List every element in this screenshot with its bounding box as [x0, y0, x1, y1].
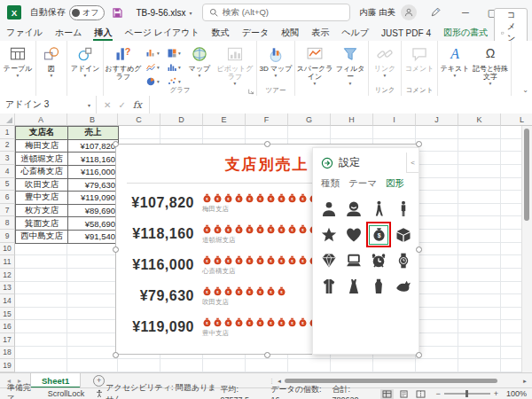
sales-value-cell[interactable]: ¥58,690	[68, 217, 119, 231]
row-header-18[interactable]: 18	[0, 347, 15, 360]
sparkline-button[interactable]: スパークライン▾	[296, 43, 333, 87]
sales-value-cell[interactable]: ¥119,090	[68, 192, 119, 205]
coat-shape-option[interactable]	[317, 273, 341, 299]
column-header-I[interactable]: I	[373, 113, 416, 126]
column-chart-button[interactable]: ▾	[142, 46, 163, 60]
standing-man-shape-option[interactable]	[391, 196, 416, 222]
row-header-2[interactable]: 2	[0, 139, 15, 153]
person-smile-shape-option[interactable]	[341, 196, 366, 222]
page-layout-view-button[interactable]	[397, 389, 411, 399]
column-header-A[interactable]: A	[15, 113, 67, 126]
row-header-1[interactable]: 1	[0, 126, 15, 139]
laptop-shape-option[interactable]	[341, 247, 366, 273]
selection-handle[interactable]	[113, 246, 119, 253]
ribbon-tab-ホーム[interactable]: ホーム	[49, 25, 88, 41]
formula-input[interactable]	[150, 96, 532, 113]
branch-name-cell[interactable]: 西中島支店	[16, 231, 68, 244]
save-button[interactable]	[112, 7, 123, 19]
ribbon-tab-JUST PDF 4[interactable]: JUST PDF 4	[375, 25, 437, 41]
selection-handle[interactable]	[264, 141, 270, 147]
ribbon-tab-校閲[interactable]: 校閲	[275, 25, 305, 41]
dress-shape-option[interactable]	[341, 273, 366, 299]
column-header-K[interactable]: K	[458, 113, 501, 126]
alarm-clock-shape-option[interactable]	[366, 247, 391, 273]
branch-name-cell[interactable]: 豊中支店	[16, 192, 68, 205]
row-header-8[interactable]: 8	[0, 216, 15, 230]
line-chart-button[interactable]: ▾	[142, 60, 163, 74]
panel-tab-テーマ[interactable]: テーマ	[348, 177, 377, 190]
stat-chart-button[interactable]: ▾	[163, 60, 184, 74]
autosave-toggle[interactable]: オフ	[69, 5, 105, 20]
collapse-ribbon-button[interactable]: ⌄	[522, 86, 528, 94]
row-header-6[interactable]: 6	[0, 191, 15, 204]
branch-name-cell[interactable]: 吹田支店	[16, 179, 68, 192]
column-header-F[interactable]: F	[246, 113, 288, 126]
selection-handle[interactable]	[416, 141, 422, 147]
sales-value-cell[interactable]: ¥107,820	[68, 140, 119, 153]
selection-handle[interactable]	[416, 352, 422, 358]
zoom-in-button[interactable]: +	[494, 389, 498, 398]
zoom-level[interactable]: 100%	[506, 389, 527, 398]
ribbon-tab-ページ レイアウト[interactable]: ページ レイアウト	[118, 25, 205, 41]
mannequin-shape-option[interactable]	[366, 273, 391, 299]
addin-button[interactable]: アドイン▾	[68, 43, 102, 79]
selection-handle[interactable]	[113, 141, 119, 147]
filename-menu[interactable]: TB-9-56.xlsx▾	[136, 8, 192, 18]
selection-handle[interactable]	[264, 352, 270, 358]
collapse-panel-button[interactable]: <	[406, 153, 419, 173]
table-header-cell[interactable]: 支店名	[16, 127, 68, 140]
vertical-scroll-thumb[interactable]	[524, 129, 529, 221]
ribbon-tab-ヘルプ[interactable]: ヘルプ	[335, 25, 375, 41]
pen-mode-button[interactable]	[426, 3, 445, 22]
row-header-16[interactable]: 16	[0, 320, 15, 333]
row-header-17[interactable]: 17	[0, 333, 15, 347]
row-header-3[interactable]: 3	[0, 152, 15, 165]
search-input[interactable]: 検索 (Alt+Q)	[202, 4, 350, 21]
sales-value-cell[interactable]: ¥89,690	[68, 205, 119, 218]
select-all-corner[interactable]	[0, 113, 15, 126]
vertical-scrollbar[interactable]	[521, 126, 532, 372]
zoom-out-button[interactable]: −	[435, 389, 440, 398]
row-header-9[interactable]: 9	[0, 230, 15, 243]
gem-shape-option[interactable]	[317, 247, 341, 273]
recommended-chart-button[interactable]: ?おすすめグラフ	[105, 43, 142, 81]
branch-name-cell[interactable]: 梅田支店	[16, 140, 68, 153]
ribbon-tab-挿入[interactable]: 挿入	[88, 25, 118, 41]
row-header-12[interactable]: 12	[0, 269, 15, 282]
sales-value-cell[interactable]: ¥116,000	[68, 166, 119, 179]
heart-shape-option[interactable]	[341, 222, 366, 247]
star-shape-option[interactable]	[317, 222, 341, 247]
page-break-view-button[interactable]	[414, 389, 427, 399]
row-header-4[interactable]: 4	[0, 165, 15, 178]
text-button[interactable]: Aテキスト▾	[439, 43, 471, 79]
walking-man-shape-option[interactable]	[366, 196, 391, 222]
zoom-slider[interactable]	[444, 393, 490, 395]
map-3d-button[interactable]: 3D マップ▾	[258, 43, 293, 79]
row-header-11[interactable]: 11	[0, 255, 15, 269]
row-header-14[interactable]: 14	[0, 294, 15, 308]
branch-name-cell[interactable]: 心斎橋支店	[16, 166, 68, 179]
watch-shape-option[interactable]	[391, 247, 416, 273]
sales-value-cell[interactable]: ¥79,630	[68, 179, 119, 192]
selection-handle[interactable]	[416, 246, 422, 253]
insert-function-button[interactable]: fx	[133, 99, 142, 111]
ribbon-tab-数式[interactable]: 数式	[206, 25, 236, 41]
sales-value-cell[interactable]: ¥91,540	[68, 231, 119, 244]
ribbon-tab-データ[interactable]: データ	[236, 25, 275, 41]
column-header-D[interactable]: D	[160, 113, 203, 126]
panel-tab-種類[interactable]: 種類	[321, 177, 340, 190]
branch-name-cell[interactable]: 枚方支店	[16, 205, 68, 218]
row-header-5[interactable]: 5	[0, 178, 15, 192]
hierarchy-chart-button[interactable]: ▾	[163, 46, 184, 60]
column-header-G[interactable]: G	[288, 113, 331, 126]
zoom-slider-thumb[interactable]	[466, 390, 468, 397]
ribbon-tab-ファイル[interactable]: ファイル	[0, 25, 49, 41]
filter-button[interactable]: フィルター▾	[333, 43, 367, 87]
ribbon-tab-図形の書式[interactable]: 図形の書式	[437, 25, 494, 41]
person-shape-option[interactable]	[317, 196, 341, 222]
user-avatar[interactable]	[401, 4, 417, 20]
panel-tab-図形[interactable]: 図形	[386, 177, 404, 190]
table-button[interactable]: テーブル▾	[1, 43, 35, 79]
money-bag-shape-option[interactable]: $	[366, 222, 391, 247]
row-header-10[interactable]: 10	[0, 243, 15, 256]
